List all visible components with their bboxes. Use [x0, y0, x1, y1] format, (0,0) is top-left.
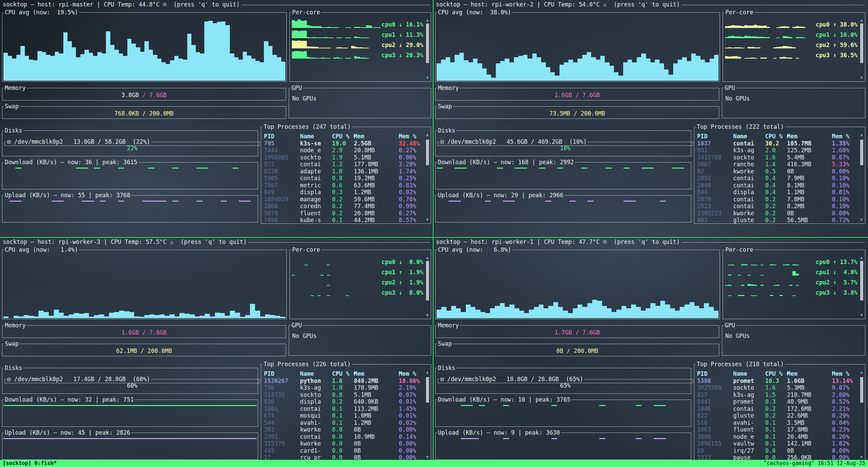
- per-core-label: cpu0 ↑ 38.0%: [816, 21, 857, 28]
- memory-label: Memory: [437, 84, 460, 91]
- pane-title-rule: [248, 242, 430, 243]
- gpu-label: GPU: [724, 322, 736, 329]
- scrollbar-thumb[interactable]: [860, 140, 863, 165]
- per-core-sparkline: [292, 40, 381, 48]
- process-row: 314735sockto0.85.1MB0.07%: [264, 391, 423, 399]
- per-core-sparkline: [725, 257, 815, 265]
- process-row: 2923contai0.28.2MB0.10%: [697, 203, 857, 210]
- disk-device-usage: /dev/mmcblk0p2 17.4GB / 28.8GB (60%): [14, 376, 150, 383]
- process-scrollbar[interactable]: ▲ ▼: [859, 370, 864, 459]
- socktop-pane: socktop — host: rpi-master | CPU Temp: 4…: [0, 0, 433, 237]
- scroll-up-icon[interactable]: ▲: [426, 18, 428, 22]
- scrollbar-thumb[interactable]: [860, 261, 863, 300]
- upload-label: Upload (KB/s) — now: 45 | peak: 2826: [4, 429, 131, 436]
- per-core-label: cpu2 ↑ 5.7%: [816, 279, 857, 286]
- scrollbar-thumb[interactable]: [860, 377, 863, 403]
- per-core-rows: cpu0 ↓ 0.0%cpu1 ↑ 1.9%cpu2 ↑ 1.9%cpu3 ↓ …: [292, 256, 423, 317]
- disk-icon: ⊟: [7, 138, 14, 145]
- scroll-down-icon[interactable]: ▼: [860, 76, 863, 80]
- scroll-down-icon[interactable]: ▼: [860, 455, 863, 459]
- process-scrollbar[interactable]: ▲ ▼: [859, 133, 864, 222]
- scroll-down-icon[interactable]: ▼: [860, 218, 863, 222]
- tmux-session-window[interactable]: [socktop] 0:fish*: [3, 460, 57, 467]
- scrollbar-track[interactable]: [860, 23, 863, 75]
- per-core-scrollbar[interactable]: ▲ ▼: [425, 18, 430, 80]
- memory-used-value: 1.6GB: [121, 329, 139, 336]
- pane-title: socktop — host: rpi-worker-2 | CPU Temp:…: [436, 1, 680, 8]
- scroll-up-icon[interactable]: ▲: [860, 133, 863, 137]
- process-row: 5905contai0.819.2MB0.25%: [264, 175, 423, 182]
- pane-divider-horizontal[interactable]: [0, 237, 868, 238]
- process-row: 844displa0.41.1MB0.01%: [697, 189, 857, 196]
- process-row: 5879fluent0.220.8MB0.27%: [264, 210, 423, 217]
- scrollbar-thumb[interactable]: [426, 377, 429, 403]
- process-row: 1520267python1.6848.2MB10.86%: [264, 377, 423, 385]
- scrollbar-track[interactable]: [426, 260, 429, 312]
- scrollbar-track[interactable]: [426, 137, 429, 217]
- per-core-row: cpu0 ↑ 38.0%: [725, 18, 857, 28]
- per-core-row: cpu2 ↑ 59.6%: [725, 39, 857, 48]
- scroll-down-icon[interactable]: ▼: [426, 76, 428, 80]
- per-core-sparkline: [292, 30, 381, 38]
- scroll-up-icon[interactable]: ▲: [860, 370, 863, 374]
- scroll-down-icon[interactable]: ▼: [426, 313, 428, 317]
- per-core-row: cpu3 ↑ 36.5%: [725, 49, 857, 59]
- per-core-row: cpu3 ↓ 3.8%: [725, 286, 857, 296]
- per-core-sparkline: [725, 50, 815, 59]
- per-core-sparkline: [725, 277, 815, 286]
- scrollbar-track[interactable]: [426, 375, 429, 454]
- memory-box: Memory 1.6GB / 7.6GB: [435, 84, 719, 100]
- scrollbar-track[interactable]: [860, 260, 863, 312]
- scrollbar-thumb[interactable]: [426, 24, 429, 63]
- scroll-up-icon[interactable]: ▲: [426, 133, 428, 137]
- scrollbar-thumb[interactable]: [426, 261, 429, 300]
- process-row: 449card1-0.00B0.00%: [264, 447, 423, 454]
- process-row: 972contai1.2177.8MB2.28%: [264, 161, 423, 168]
- process-row: 2840contai0.48.1MB0.10%: [697, 182, 857, 189]
- scrollbar-thumb[interactable]: [426, 140, 429, 165]
- scroll-up-icon[interactable]: ▲: [426, 370, 428, 374]
- per-core-label: cpu3 ↓ 3.8%: [816, 289, 857, 296]
- scrollbar-track[interactable]: [860, 137, 863, 217]
- process-scrollbar[interactable]: ▲ ▼: [425, 133, 430, 222]
- per-core-label-title: Per-core: [724, 9, 754, 16]
- per-core-label: cpu0 ↓ 16.1%: [381, 21, 423, 28]
- disk-partition-box: ⊟ /dev/mmcblk0p2 18.8GB / 28.8GB (65%) 6…: [438, 376, 693, 383]
- scroll-down-icon[interactable]: ▼: [860, 313, 863, 317]
- per-core-scrollbar[interactable]: ▲ ▼: [425, 255, 430, 317]
- process-row: 69irq/270.00B0.00%: [697, 447, 857, 454]
- process-scrollbar[interactable]: ▲ ▼: [425, 370, 430, 459]
- scrollbar-thumb[interactable]: [860, 24, 863, 63]
- per-core-scrollbar[interactable]: ▲ ▼: [859, 18, 864, 80]
- per-core-box: Per-core cpu0 ↑ 38.0%cpu1 ↓ 16.0%cpu2 ↑ …: [723, 9, 865, 82]
- scroll-down-icon[interactable]: ▼: [426, 455, 428, 459]
- pane-title-rule: [681, 242, 865, 243]
- scrollbar-track[interactable]: [860, 375, 863, 454]
- upload-box: Upload (KB/s) — now: 29 | peak: 2966: [435, 192, 691, 222]
- gpu-label: GPU: [724, 84, 736, 91]
- process-row: 1884629manage0.259.6MB0.76%: [264, 196, 423, 203]
- memory-label: Memory: [4, 84, 27, 91]
- disk-partition-box: ⊟ /dev/mmcblk0p2 17.4GB / 28.8GB (60%) 6…: [4, 376, 260, 383]
- pane-divider-vertical[interactable]: [433, 0, 433, 460]
- process-row: 3029280sockto1.65.3MB0.07%: [697, 384, 857, 391]
- cpu-avg-label: CPU avg (now: 6.8%): [437, 246, 512, 253]
- process-row: 807gluste0.256.5MB0.72%: [697, 217, 857, 224]
- per-core-row: cpu3 ↓ 0.0%: [292, 286, 423, 296]
- process-table: PIDNameCPU % •MemMem %1037contai30.2105.…: [697, 133, 857, 222]
- disk-device-usage: /dev/mmcblk0p2 45.6GB / 469.2GB (10%): [447, 138, 586, 145]
- scroll-up-icon[interactable]: ▲: [860, 18, 863, 22]
- process-row: 822gluste0.222.6MB0.29%: [697, 412, 857, 419]
- process-row: 3415788sockto1.65.4MB0.07%: [697, 154, 857, 161]
- per-core-scrollbar[interactable]: ▲ ▼: [859, 255, 864, 317]
- socktop-pane: socktop — host: rpi-worker-2 | CPU Temp:…: [433, 0, 867, 237]
- scroll-down-icon[interactable]: ▼: [426, 218, 428, 222]
- scroll-up-icon[interactable]: ▲: [860, 255, 863, 260]
- disks-label: Disks: [437, 364, 456, 371]
- process-row: 544avahi-0.11.2MB0.02%: [264, 419, 423, 426]
- upload-label: Upload (KB/s) — now: 9 | peak: 3630: [437, 429, 561, 436]
- scroll-up-icon[interactable]: ▲: [426, 255, 428, 260]
- scrollbar-track[interactable]: [426, 23, 429, 75]
- cpu-avg-label: CPU avg (now: 1.4%): [4, 246, 79, 253]
- gpu-status-text: No GPUs: [725, 95, 750, 102]
